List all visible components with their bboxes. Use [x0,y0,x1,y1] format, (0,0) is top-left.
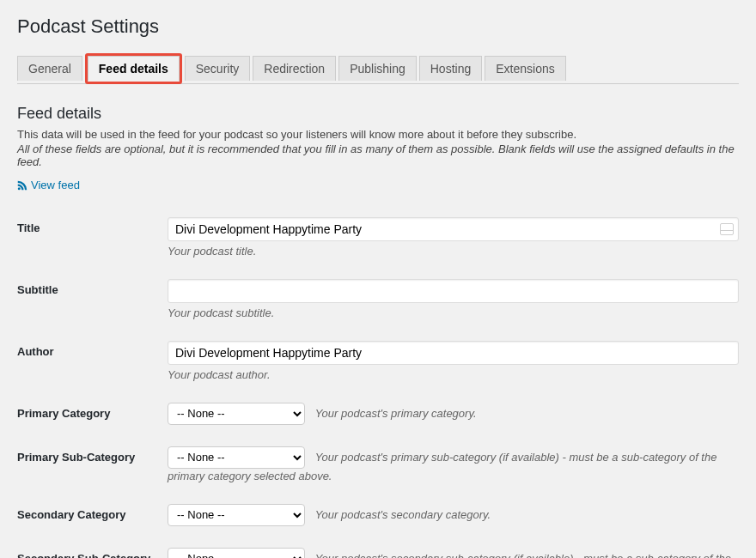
tab-bar: GeneralFeed detailsSecurityRedirectionPu… [17,48,739,84]
primary-subcategory-select[interactable]: -- None -- [168,446,305,469]
title-help: Your podcast title. [168,245,739,258]
section-heading: Feed details [17,105,739,123]
view-feed-link[interactable]: View feed [17,179,80,191]
tab-general[interactable]: General [17,56,82,81]
primary-category-select[interactable]: -- None -- [168,403,305,425]
tab-extensions[interactable]: Extensions [485,56,565,81]
tab-redirection[interactable]: Redirection [253,56,336,81]
section-desc-line2: All of these fields are optional, but it… [17,143,739,168]
field-label-primary-category: Primary Category [17,394,168,438]
secondary-subcategory-select[interactable]: -- None -- [168,548,305,558]
field-label-secondary-subcategory: Secondary Sub-Category [17,539,168,558]
field-label-primary-subcategory: Primary Sub-Category [17,438,168,495]
primary-category-help: Your podcast's primary category. [315,407,477,420]
page-title: Podcast Settings [17,9,739,38]
field-label-secondary-category: Secondary Category [17,495,168,539]
tab-feed-details[interactable]: Feed details [88,56,180,82]
svg-point-0 [18,187,21,190]
field-label-author: Author [17,332,168,394]
subtitle-help: Your podcast subtitle. [168,306,739,319]
tab-security[interactable]: Security [185,56,251,81]
autosuggest-icon [720,223,734,235]
rss-icon [17,180,27,191]
tab-highlight: Feed details [85,53,182,84]
secondary-category-select[interactable]: -- None -- [168,504,305,526]
tab-publishing[interactable]: Publishing [338,56,417,81]
subtitle-input[interactable] [168,279,739,303]
section-desc-line1: This data will be used in the feed for y… [17,128,739,141]
author-help: Your podcast author. [168,368,739,381]
tab-hosting[interactable]: Hosting [419,56,482,81]
secondary-category-help: Your podcast's secondary category. [315,508,491,521]
view-feed-label: View feed [31,179,80,191]
title-input[interactable] [168,217,739,241]
author-input[interactable] [168,341,739,365]
field-label-title: Title [17,209,168,270]
field-label-subtitle: Subtitle [17,270,168,332]
section-description: This data will be used in the feed for y… [17,128,739,168]
